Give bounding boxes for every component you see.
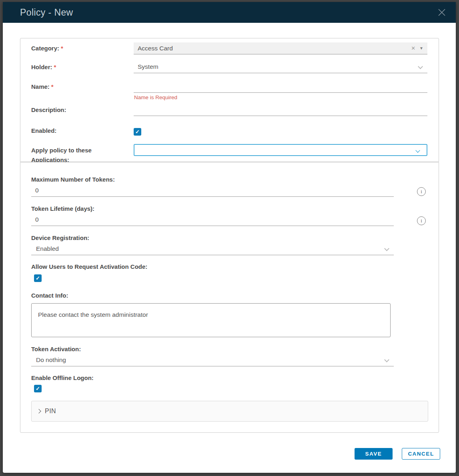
enabled-label: Enabled: [31, 126, 134, 136]
token-lifetime-label: Token Lifetime (days): [31, 205, 427, 214]
token-activation-select[interactable]: Do nothing [31, 354, 394, 366]
description-input[interactable] [134, 104, 427, 116]
pin-section-label: PIN [45, 408, 56, 415]
policy-dialog: Policy - New Category:* Access Card ✕ ▼ … [3, 2, 456, 473]
description-row: Description: [31, 104, 427, 116]
description-label: Description: [31, 104, 134, 116]
cancel-button[interactable]: CANCEL [402, 448, 440, 460]
name-input[interactable] [134, 81, 427, 93]
enabled-checkbox[interactable]: ✓ [134, 128, 141, 136]
holder-row: Holder:* System [31, 61, 427, 73]
allow-activation-checkbox[interactable]: ✓ [34, 274, 42, 282]
check-icon: ✓ [36, 275, 40, 281]
dialog-header: Policy - New [3, 2, 456, 23]
contact-info-label: Contact Info: [31, 292, 427, 301]
info-icon[interactable]: i [417, 216, 426, 225]
token-activation-value[interactable]: Do nothing [31, 354, 394, 366]
clear-icon[interactable]: ✕ [407, 45, 419, 51]
category-value: Access Card [138, 45, 173, 52]
contact-info-textarea[interactable]: Please contact the system administrator [31, 303, 391, 337]
name-error: Name is Required [134, 93, 427, 101]
required-asterisk: * [61, 45, 63, 52]
name-label: Name:* [31, 81, 134, 93]
offline-logon-checkbox[interactable]: ✓ [34, 385, 42, 392]
save-button[interactable]: SAVE [355, 448, 393, 460]
info-icon[interactable]: i [417, 187, 426, 196]
device-registration-value[interactable]: Enabled [31, 243, 394, 255]
dialog-title: Policy - New [20, 7, 73, 18]
token-settings-panel: Maximum Number of Tokens: i Token Lifeti… [20, 162, 439, 433]
chevron-down-icon [415, 148, 420, 152]
max-tokens-label: Maximum Number of Tokens: [31, 176, 427, 185]
device-registration-select[interactable]: Enabled [31, 243, 394, 255]
check-icon: ✓ [135, 129, 140, 135]
max-tokens-input[interactable] [31, 185, 394, 197]
required-asterisk: * [51, 83, 54, 90]
chevron-right-icon [36, 409, 41, 413]
holder-label: Holder:* [31, 61, 134, 73]
category-label: Category:* [31, 42, 134, 54]
apply-policy-select[interactable] [134, 144, 427, 156]
required-asterisk: * [54, 64, 56, 70]
general-settings-panel: Category:* Access Card ✕ ▼ Holder:* Syst… [20, 38, 439, 162]
check-icon: ✓ [36, 386, 40, 392]
token-lifetime-input[interactable] [31, 214, 394, 226]
caret-down-icon[interactable]: ▼ [419, 46, 423, 50]
offline-logon-label: Enable Offline Logon: [31, 374, 427, 383]
token-activation-label: Token Activation: [31, 346, 427, 354]
holder-select[interactable]: System [134, 61, 427, 73]
name-row: Name:* Name is Required [31, 81, 427, 101]
enabled-row: Enabled: ✓ [31, 126, 427, 137]
close-icon[interactable] [437, 7, 447, 18]
device-registration-label: Device Registration: [31, 234, 427, 243]
dialog-footer: SAVE CANCEL [355, 448, 440, 460]
allow-activation-label: Allow Users to Request Activation Code: [31, 263, 427, 272]
pin-section-toggle[interactable]: PIN [31, 401, 428, 422]
holder-value[interactable]: System [134, 61, 427, 73]
category-select[interactable]: Access Card ✕ ▼ [134, 42, 427, 54]
category-row: Category:* Access Card ✕ ▼ [31, 42, 427, 54]
